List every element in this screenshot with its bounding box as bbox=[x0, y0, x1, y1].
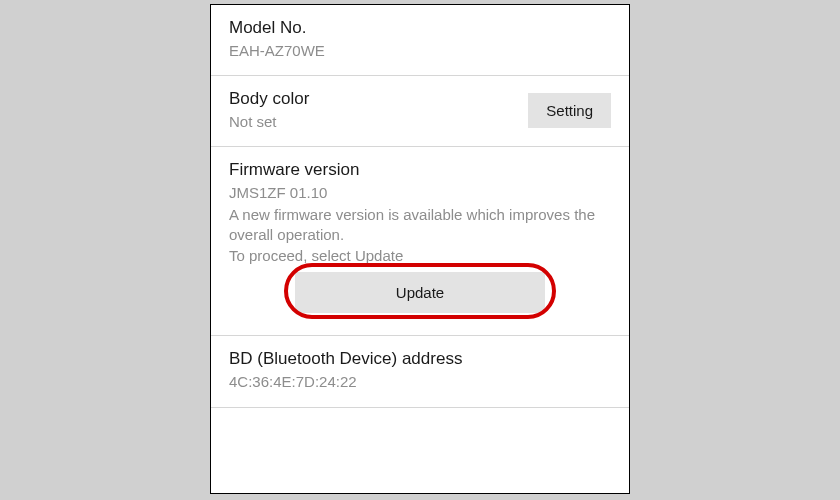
body-color-value: Not set bbox=[229, 112, 528, 132]
model-title: Model No. bbox=[229, 17, 611, 40]
firmware-desc-2: To proceed, select Update bbox=[229, 246, 611, 266]
firmware-title: Firmware version bbox=[229, 159, 611, 182]
settings-panel: Model No. EAH-AZ70WE Body color Not set … bbox=[210, 4, 630, 494]
setting-button[interactable]: Setting bbox=[528, 93, 611, 128]
bd-title: BD (Bluetooth Device) address bbox=[229, 348, 611, 371]
empty-area bbox=[211, 408, 629, 494]
firmware-row: Firmware version JMS1ZF 01.10 A new firm… bbox=[211, 147, 629, 336]
model-row: Model No. EAH-AZ70WE bbox=[211, 5, 629, 76]
body-color-row: Body color Not set Setting bbox=[211, 76, 629, 147]
bd-value: 4C:36:4E:7D:24:22 bbox=[229, 372, 611, 392]
update-button[interactable]: Update bbox=[295, 272, 545, 313]
firmware-desc-1: A new firmware version is available whic… bbox=[229, 205, 611, 246]
body-color-title: Body color bbox=[229, 88, 528, 111]
bd-address-row: BD (Bluetooth Device) address 4C:36:4E:7… bbox=[211, 336, 629, 407]
model-value: EAH-AZ70WE bbox=[229, 41, 611, 61]
firmware-value: JMS1ZF 01.10 bbox=[229, 183, 611, 203]
